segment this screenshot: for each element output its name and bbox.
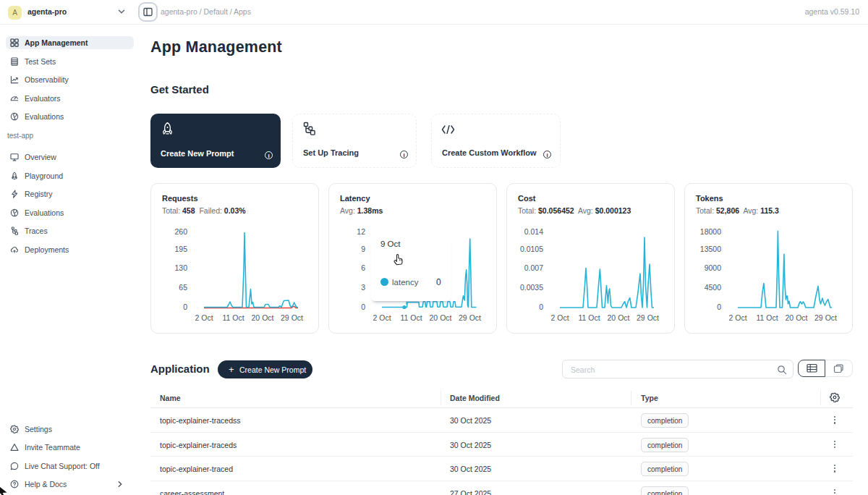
svg-text:0: 0 xyxy=(183,302,187,311)
svg-text:0.0105: 0.0105 xyxy=(520,245,543,253)
svg-text:65: 65 xyxy=(179,283,187,292)
svg-text:12: 12 xyxy=(357,227,365,236)
svg-text:29 Oct: 29 Oct xyxy=(459,313,481,322)
svg-text:2 Oct: 2 Oct xyxy=(373,313,391,322)
svg-text:9: 9 xyxy=(361,245,365,253)
svg-text:0: 0 xyxy=(361,302,365,311)
svg-text:0.014: 0.014 xyxy=(524,227,543,236)
svg-text:20 Oct: 20 Oct xyxy=(430,313,452,322)
svg-text:11 Oct: 11 Oct xyxy=(222,313,244,322)
svg-text:11 Oct: 11 Oct xyxy=(756,313,778,322)
svg-text:29 Oct: 29 Oct xyxy=(814,313,837,322)
svg-text:11 Oct: 11 Oct xyxy=(578,313,600,322)
svg-text:11 Oct: 11 Oct xyxy=(400,313,422,322)
svg-text:2 Oct: 2 Oct xyxy=(195,313,213,322)
svg-text:20 Oct: 20 Oct xyxy=(608,313,630,322)
svg-text:18000: 18000 xyxy=(700,227,721,236)
svg-text:2 Oct: 2 Oct xyxy=(550,313,569,322)
svg-text:20 Oct: 20 Oct xyxy=(252,313,274,322)
svg-text:195: 195 xyxy=(174,245,187,253)
svg-text:260: 260 xyxy=(174,227,187,236)
svg-text:2 Oct: 2 Oct xyxy=(728,313,746,322)
svg-text:6: 6 xyxy=(361,263,365,272)
svg-text:9000: 9000 xyxy=(705,263,722,272)
svg-text:0.0035: 0.0035 xyxy=(520,283,543,292)
svg-text:0.007: 0.007 xyxy=(524,263,543,272)
svg-text:20 Oct: 20 Oct xyxy=(786,313,808,322)
svg-text:13500: 13500 xyxy=(700,245,721,253)
svg-text:0: 0 xyxy=(717,302,721,311)
svg-text:29 Oct: 29 Oct xyxy=(281,313,303,322)
svg-text:0: 0 xyxy=(539,302,543,311)
svg-text:3: 3 xyxy=(361,283,365,292)
svg-text:130: 130 xyxy=(174,263,187,272)
svg-text:29 Oct: 29 Oct xyxy=(637,313,659,322)
svg-text:4500: 4500 xyxy=(705,283,722,292)
